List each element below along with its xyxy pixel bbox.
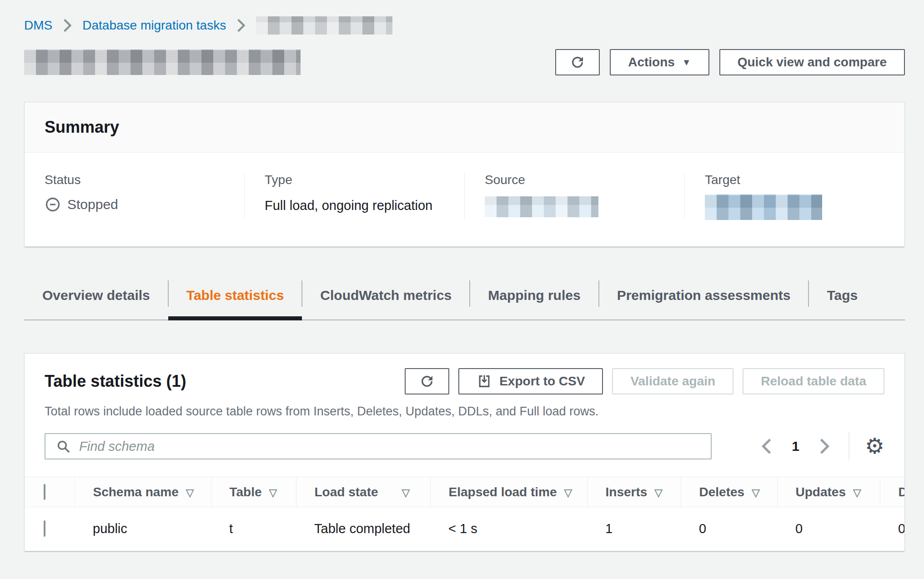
quick-view-compare-label: Quick view and compare bbox=[738, 55, 887, 70]
pagination: 1 ⚙ bbox=[758, 432, 884, 460]
summary-field-source: Source bbox=[464, 173, 684, 220]
column-label: DDLs bbox=[899, 485, 905, 499]
chevron-left-icon bbox=[761, 437, 773, 455]
current-page-number[interactable]: 1 bbox=[792, 439, 799, 454]
table-statistics-description: Total rows include loaded source table r… bbox=[25, 394, 904, 419]
actions-button-label: Actions bbox=[628, 55, 675, 70]
status-value: Stopped bbox=[45, 196, 224, 213]
dms-task-page: DMS Database migration tasks Actions ▼ Q… bbox=[0, 0, 924, 579]
cell-updates: 0 bbox=[777, 507, 880, 551]
refresh-icon bbox=[419, 373, 435, 389]
type-value: Full load, ongoing replication bbox=[265, 198, 444, 213]
tab-overview-details[interactable]: Overview details bbox=[24, 277, 168, 319]
redacted-source-endpoint-link[interactable] bbox=[485, 196, 598, 217]
quick-view-compare-button[interactable]: Quick view and compare bbox=[719, 49, 905, 75]
column-label: Load state bbox=[315, 485, 378, 499]
cell-ddls: 0 bbox=[880, 507, 904, 551]
summary-field-status: Status Stopped bbox=[25, 173, 244, 220]
chevron-right-icon bbox=[63, 19, 71, 32]
refresh-icon bbox=[569, 54, 586, 70]
cell-deletes: 0 bbox=[681, 507, 777, 551]
gear-icon: ⚙ bbox=[865, 434, 884, 458]
column-header-deletes[interactable]: Deletes▽ bbox=[681, 477, 777, 507]
column-label: Elapsed load time bbox=[449, 485, 557, 499]
chevron-right-icon bbox=[819, 437, 830, 455]
sort-icon: ▽ bbox=[186, 487, 194, 499]
summary-title: Summary bbox=[45, 118, 884, 137]
header-actions: Actions ▼ Quick view and compare bbox=[555, 49, 905, 75]
preferences-gear-button[interactable]: ⚙ bbox=[865, 435, 884, 457]
table-statistics-table-wrap: Schema name▽ Table▽ Load state▽ Elapsed … bbox=[25, 477, 904, 551]
type-label: Type bbox=[265, 173, 444, 187]
cell-load-state: Table completed bbox=[296, 507, 430, 551]
status-text: Stopped bbox=[67, 197, 118, 212]
target-label: Target bbox=[705, 173, 884, 187]
refresh-button[interactable] bbox=[555, 49, 600, 75]
table-statistics-actions: Export to CSV Validate again Reload tabl… bbox=[405, 368, 884, 394]
chevron-right-icon bbox=[237, 19, 245, 32]
cell-table: t bbox=[211, 507, 296, 551]
breadcrumb-link-dms[interactable]: DMS bbox=[24, 18, 52, 33]
column-header-elapsed-load-time[interactable]: Elapsed load time▽ bbox=[430, 477, 587, 507]
pager-divider bbox=[849, 432, 849, 460]
task-detail-tabs: Overview details Table statistics CloudW… bbox=[24, 277, 905, 320]
column-label: Updates bbox=[796, 485, 846, 499]
tab-premigration-assessments[interactable]: Premigration assessments bbox=[599, 277, 809, 319]
tab-cloudwatch-metrics[interactable]: CloudWatch metrics bbox=[302, 277, 470, 319]
table-filter-row: 1 ⚙ bbox=[25, 419, 904, 477]
next-page-button[interactable] bbox=[816, 434, 833, 458]
search-icon bbox=[55, 439, 71, 454]
cell-schema-name: public bbox=[75, 507, 211, 551]
caret-down-icon: ▼ bbox=[682, 58, 691, 67]
column-header-table[interactable]: Table▽ bbox=[211, 477, 296, 507]
column-header-schema-name[interactable]: Schema name▽ bbox=[75, 477, 211, 507]
page-header: Actions ▼ Quick view and compare bbox=[24, 49, 905, 75]
table-refresh-button[interactable] bbox=[405, 368, 449, 394]
validate-again-label: Validate again bbox=[630, 374, 715, 389]
summary-field-target: Target bbox=[684, 173, 904, 220]
table-statistics-table: Schema name▽ Table▽ Load state▽ Elapsed … bbox=[25, 477, 904, 551]
summary-card-header: Summary bbox=[25, 102, 904, 153]
redacted-page-title bbox=[24, 50, 301, 75]
column-header-load-state[interactable]: Load state▽ bbox=[296, 477, 430, 507]
tab-tags[interactable]: Tags bbox=[808, 277, 876, 319]
column-label: Schema name bbox=[93, 485, 179, 499]
summary-body: Status Stopped Type Full load, ongoing r… bbox=[25, 153, 904, 246]
summary-field-type: Type Full load, ongoing replication bbox=[244, 173, 464, 220]
reload-table-data-button[interactable]: Reload table data bbox=[743, 368, 884, 394]
download-icon bbox=[477, 374, 492, 389]
export-to-csv-button[interactable]: Export to CSV bbox=[458, 368, 603, 394]
table-row: public t Table completed < 1 s 1 0 0 0 bbox=[25, 507, 904, 551]
schema-search-input[interactable] bbox=[79, 439, 701, 454]
actions-button[interactable]: Actions ▼ bbox=[610, 49, 709, 75]
reload-table-data-label: Reload table data bbox=[761, 374, 866, 389]
column-header-inserts[interactable]: Inserts▽ bbox=[587, 477, 681, 507]
select-all-checkbox[interactable] bbox=[44, 484, 45, 500]
tab-table-statistics[interactable]: Table statistics bbox=[168, 277, 302, 319]
status-label: Status bbox=[45, 173, 224, 187]
breadcrumb: DMS Database migration tasks bbox=[24, 15, 905, 35]
row-select-cell bbox=[25, 507, 75, 551]
previous-page-button[interactable] bbox=[758, 434, 775, 458]
validate-again-button[interactable]: Validate again bbox=[612, 368, 733, 394]
sort-icon: ▽ bbox=[752, 487, 760, 499]
breadcrumb-link-migration-tasks[interactable]: Database migration tasks bbox=[82, 18, 226, 33]
cell-elapsed-load-time: < 1 s bbox=[430, 507, 587, 551]
table-statistics-title: Table statistics (1) bbox=[45, 372, 186, 391]
select-all-header-cell bbox=[25, 477, 75, 507]
table-statistics-card: Table statistics (1) Export to CSV Valid… bbox=[24, 353, 905, 551]
sort-icon: ▽ bbox=[853, 487, 861, 499]
column-label: Deletes bbox=[699, 485, 745, 499]
row-checkbox[interactable] bbox=[44, 520, 45, 537]
stopped-icon bbox=[45, 196, 61, 213]
redacted-target-endpoint-link[interactable] bbox=[705, 195, 822, 220]
column-header-updates[interactable]: Updates▽ bbox=[777, 477, 880, 507]
sort-icon: ▽ bbox=[654, 487, 663, 499]
schema-search-box bbox=[45, 433, 712, 459]
tab-mapping-rules[interactable]: Mapping rules bbox=[470, 277, 598, 319]
sort-icon: ▽ bbox=[564, 487, 572, 499]
sort-icon: ▽ bbox=[402, 487, 410, 499]
column-label: Inserts bbox=[606, 485, 648, 499]
source-label: Source bbox=[485, 173, 664, 187]
column-header-ddls[interactable]: DDLs bbox=[880, 477, 904, 507]
